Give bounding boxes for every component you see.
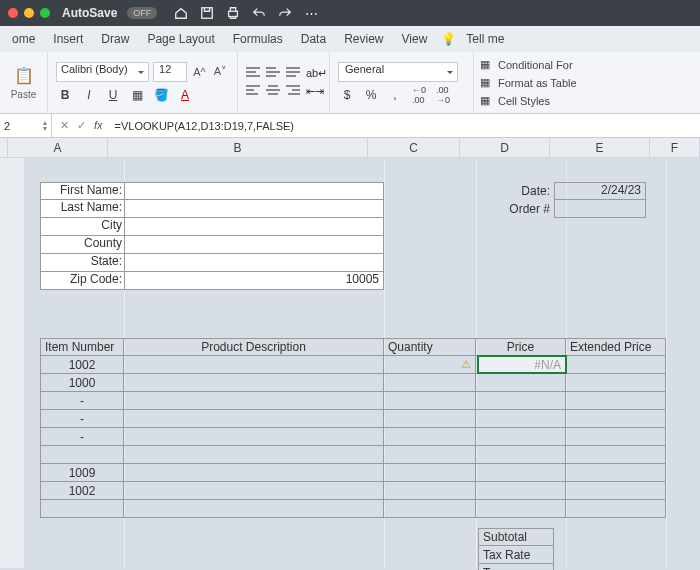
formula-input[interactable]: =VLOOKUP(A12,D13:D19,7,FALSE)	[111, 120, 294, 132]
more-icon[interactable]: ⋯	[303, 5, 319, 21]
table-row[interactable]: -	[40, 392, 124, 410]
print-icon[interactable]	[225, 5, 241, 21]
table-row[interactable]: -	[40, 410, 124, 428]
redo-icon[interactable]	[277, 5, 293, 21]
conditional-format-icon[interactable]: ▦	[480, 58, 494, 72]
wrap-text-icon[interactable]: ab↵	[306, 67, 327, 81]
close-window-icon[interactable]	[8, 8, 18, 18]
minimize-window-icon[interactable]	[24, 8, 34, 18]
col-header-d[interactable]: D	[460, 138, 550, 158]
underline-button[interactable]: U	[104, 86, 122, 104]
state-cell[interactable]	[124, 254, 384, 272]
select-all-corner[interactable]	[0, 138, 8, 158]
number-group: General $ % , ←0.00 .00→0	[330, 52, 474, 113]
tab-insert[interactable]: Insert	[45, 28, 91, 50]
comma-button[interactable]: ,	[386, 86, 404, 104]
home-icon[interactable]	[173, 5, 189, 21]
fill-color-button[interactable]: 🪣	[152, 86, 170, 104]
shrink-font-icon[interactable]: A˅	[212, 65, 229, 78]
tab-home[interactable]: ome	[4, 28, 43, 50]
conditional-format-label[interactable]: Conditional For	[498, 59, 573, 71]
order-num-cell[interactable]	[554, 200, 646, 218]
tab-review[interactable]: Review	[336, 28, 391, 50]
window-controls	[8, 8, 50, 18]
align-right-icon[interactable]	[286, 85, 300, 99]
name-box[interactable]: 2▴▾	[0, 114, 52, 137]
tab-draw[interactable]: Draw	[93, 28, 137, 50]
align-middle-icon[interactable]	[266, 67, 280, 81]
th-quantity: Quantity	[384, 338, 476, 356]
cell-styles-label[interactable]: Cell Styles	[498, 95, 550, 107]
city-cell[interactable]	[124, 218, 384, 236]
items-tbody: 1002⚠#N/A 1000 - - - 1009 1002	[40, 356, 666, 518]
warning-icon: ⚠	[461, 358, 471, 371]
first-name-cell[interactable]	[124, 182, 384, 200]
tab-view[interactable]: View	[394, 28, 436, 50]
th-product-desc: Product Description	[124, 338, 384, 356]
bold-button[interactable]: B	[56, 86, 74, 104]
inc-decimal-icon[interactable]: ←0.00	[410, 86, 428, 104]
align-center-icon[interactable]	[266, 85, 280, 99]
grow-font-icon[interactable]: A^	[191, 66, 208, 78]
border-button[interactable]: ▦	[128, 86, 146, 104]
items-table: Item Number Product Description Quantity…	[40, 338, 666, 518]
autosave-label: AutoSave	[62, 6, 117, 20]
maximize-window-icon[interactable]	[40, 8, 50, 18]
format-table-label[interactable]: Format as Table	[498, 77, 577, 89]
align-top-icon[interactable]	[246, 67, 260, 81]
tab-data[interactable]: Data	[293, 28, 334, 50]
county-label: County	[40, 236, 124, 254]
italic-button[interactable]: I	[80, 86, 98, 104]
table-row[interactable]: -	[40, 428, 124, 446]
col-header-a[interactable]: A	[8, 138, 108, 158]
first-name-label: First Name:	[40, 182, 124, 200]
clipboard-group: 📋 Paste	[0, 52, 48, 113]
county-cell[interactable]	[124, 236, 384, 254]
totals-block: Subtotal Tax Rate Tax	[478, 528, 554, 570]
formula-bar: 2▴▾ ✕ ✓ fx =VLOOKUP(A12,D13:D19,7,FALSE)	[0, 114, 700, 138]
tab-page-layout[interactable]: Page Layout	[139, 28, 222, 50]
dec-decimal-icon[interactable]: .00→0	[434, 86, 452, 104]
svg-rect-1	[229, 11, 238, 16]
col-header-b[interactable]: B	[108, 138, 368, 158]
tax-label: Tax	[478, 564, 554, 570]
active-cell	[477, 355, 567, 374]
align-left-icon[interactable]	[246, 85, 260, 99]
last-name-cell[interactable]	[124, 200, 384, 218]
autosave-toggle[interactable]: OFF	[127, 7, 157, 19]
fx-icon[interactable]: fx	[94, 119, 103, 132]
date-label: Date:	[494, 184, 554, 198]
tab-formulas[interactable]: Formulas	[225, 28, 291, 50]
col-header-c[interactable]: C	[368, 138, 460, 158]
date-cell[interactable]: 2/24/23	[554, 182, 646, 200]
table-row[interactable]: 1000	[40, 374, 124, 392]
col-header-f[interactable]: F	[650, 138, 700, 158]
col-header-e[interactable]: E	[550, 138, 650, 158]
tell-me[interactable]: Tell me	[458, 28, 512, 50]
undo-icon[interactable]	[251, 5, 267, 21]
number-format-select[interactable]: General	[338, 62, 458, 82]
cancel-formula-icon[interactable]: ✕	[60, 119, 69, 132]
merge-icon[interactable]: ⇤⇥	[306, 85, 324, 99]
paste-label[interactable]: Paste	[8, 89, 39, 100]
titlebar: AutoSave OFF ⋯	[0, 0, 700, 26]
row-headers	[0, 158, 24, 568]
currency-button[interactable]: $	[338, 86, 356, 104]
table-row[interactable]: 1009	[40, 464, 124, 482]
customer-form: First Name: Last Name: City County State…	[40, 182, 384, 290]
percent-button[interactable]: %	[362, 86, 380, 104]
accept-formula-icon[interactable]: ✓	[77, 119, 86, 132]
city-label: City	[40, 218, 124, 236]
th-ext-price: Extended Price	[566, 338, 666, 356]
zip-cell[interactable]: 10005	[124, 272, 384, 290]
save-icon[interactable]	[199, 5, 215, 21]
table-row[interactable]	[40, 446, 124, 464]
align-bottom-icon[interactable]	[286, 67, 300, 81]
font-name-select[interactable]: Calibri (Body)	[56, 62, 149, 82]
font-size-select[interactable]: 12	[153, 62, 187, 82]
cell-styles-icon[interactable]: ▦	[480, 94, 494, 108]
format-table-icon[interactable]: ▦	[480, 76, 494, 90]
table-row[interactable]: 1002	[40, 482, 124, 500]
font-color-button[interactable]: A	[176, 86, 194, 104]
table-row[interactable]: 1002	[40, 356, 124, 374]
